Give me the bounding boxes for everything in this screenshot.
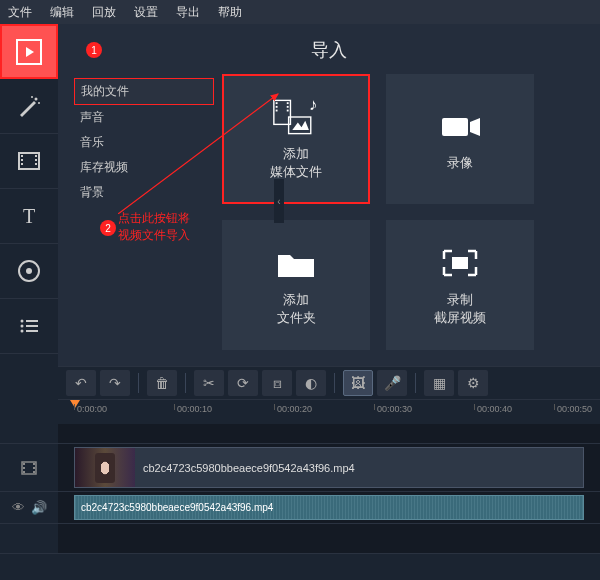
menu-playback[interactable]: 回放 (92, 4, 116, 21)
film-icon (20, 459, 38, 477)
audio-clip[interactable]: cb2c4723c5980bbeaece9f0542a43f96.mp4 (74, 495, 584, 520)
redo-button[interactable]: ↷ (100, 370, 130, 396)
svg-rect-10 (35, 159, 37, 161)
rotate-icon: ⟳ (237, 375, 249, 391)
svg-point-3 (38, 102, 40, 104)
tile-record-screen[interactable]: 录制 截屏视频 (386, 220, 534, 350)
svg-rect-25 (287, 102, 289, 104)
clip-props-button[interactable]: 🖼 (343, 370, 373, 396)
rail-import[interactable] (0, 24, 58, 79)
rotate-button[interactable]: ⟳ (228, 370, 258, 396)
tile-add-media[interactable]: ♪ 添加 媒体文件 (222, 74, 370, 204)
list-icon (15, 312, 43, 340)
ruler-tick: 00:00:20 (274, 404, 312, 410)
video-clip[interactable]: cb2c4723c5980bbeaece9f0542a43f96.mp4 (74, 447, 584, 488)
menu-help[interactable]: 帮助 (218, 4, 242, 21)
video-track[interactable]: cb2c4723c5980bbeaece9f0542a43f96.mp4 (0, 444, 600, 492)
tile-record-camera[interactable]: 录像 (386, 74, 534, 204)
rail-transitions[interactable] (0, 134, 58, 189)
scissors-icon: ✂ (203, 375, 215, 391)
svg-point-4 (31, 96, 33, 98)
crop-icon: ⧈ (273, 375, 282, 392)
timeline-ruler[interactable]: 0:00:00 00:00:10 00:00:20 00:00:30 00:00… (58, 400, 600, 424)
svg-rect-8 (21, 163, 23, 165)
svg-marker-32 (470, 118, 480, 136)
tile-label: 添加 媒体文件 (270, 145, 322, 181)
audio-track[interactable]: 👁 🔊 cb2c4723c5980bbeaece9f0542a43f96.mp4 (0, 492, 600, 524)
eye-icon[interactable]: 👁 (12, 500, 25, 515)
transition-icon: ▦ (433, 375, 446, 391)
menu-export[interactable]: 导出 (176, 4, 200, 21)
rail-titles[interactable]: T (0, 189, 58, 244)
svg-rect-20 (26, 330, 38, 332)
redo-icon: ↷ (109, 375, 121, 391)
sidemenu-sounds[interactable]: 声音 (74, 105, 214, 130)
menu-bar: 文件 编辑 回放 设置 导出 帮助 (0, 0, 600, 24)
svg-rect-22 (276, 102, 278, 104)
screen-capture-icon (436, 243, 484, 283)
crop-button[interactable]: ⧈ (262, 370, 292, 396)
ruler-tick: 00:00:30 (374, 404, 412, 410)
sidemenu-music[interactable]: 音乐 (74, 130, 214, 155)
color-button[interactable]: ◐ (296, 370, 326, 396)
svg-rect-33 (452, 257, 468, 269)
svg-rect-37 (23, 463, 25, 465)
svg-rect-26 (287, 106, 289, 108)
tool-rail: T (0, 24, 58, 366)
menu-settings[interactable]: 设置 (134, 4, 158, 21)
svg-rect-16 (26, 320, 38, 322)
speaker-icon[interactable]: 🔊 (31, 500, 47, 515)
svg-rect-24 (276, 109, 278, 111)
folder-icon (272, 243, 320, 283)
svg-rect-39 (23, 471, 25, 473)
filmstrip-icon (15, 147, 43, 175)
collapse-handle[interactable]: ‹ (274, 179, 284, 223)
contrast-icon: ◐ (305, 375, 317, 391)
undo-button[interactable]: ↶ (66, 370, 96, 396)
chevron-left-icon: ‹ (277, 196, 280, 207)
ruler-tick: 00:00:40 (474, 404, 512, 410)
tile-label: 录制 截屏视频 (434, 291, 486, 327)
svg-point-19 (21, 330, 24, 333)
svg-rect-18 (26, 325, 38, 327)
svg-point-2 (35, 98, 38, 101)
rail-stickers[interactable] (0, 244, 58, 299)
timeline: cb2c4723c5980bbeaece9f0542a43f96.mp4 👁 🔊… (0, 424, 600, 554)
ruler-tick: 00:00:10 (174, 404, 212, 410)
annotation-instruction: 点击此按钮将 视频文件导入 (118, 210, 190, 244)
tile-label: 录像 (447, 154, 473, 172)
mic-icon: 🎤 (384, 375, 401, 391)
svg-rect-6 (21, 155, 23, 157)
rail-filters[interactable] (0, 79, 58, 134)
media-icon: ♪ (272, 97, 320, 137)
rail-more[interactable] (0, 299, 58, 354)
adjust-button[interactable]: ⚙ (458, 370, 488, 396)
sidemenu-stock-video[interactable]: 库存视频 (74, 155, 214, 180)
transition-wizard-button[interactable]: ▦ (424, 370, 454, 396)
ruler-tick: 00:00:50 (554, 404, 592, 410)
delete-button[interactable]: 🗑 (147, 370, 177, 396)
tile-label: 添加 文件夹 (277, 291, 316, 327)
wand-icon (15, 92, 43, 120)
camera-icon (436, 106, 484, 146)
play-box-icon (15, 38, 43, 66)
menu-edit[interactable]: 编辑 (50, 4, 74, 21)
clip-filename: cb2c4723c5980bbeaece9f0542a43f96.mp4 (135, 462, 363, 474)
svg-point-15 (21, 320, 24, 323)
sidemenu-backgrounds[interactable]: 背景 (74, 180, 214, 205)
svg-rect-31 (442, 118, 468, 136)
annotation-marker-1: 1 (86, 42, 102, 58)
svg-marker-1 (26, 47, 34, 57)
svg-rect-40 (33, 463, 35, 465)
menu-file[interactable]: 文件 (8, 4, 32, 21)
cut-button[interactable]: ✂ (194, 370, 224, 396)
trash-icon: 🗑 (155, 375, 169, 391)
record-audio-button[interactable]: 🎤 (377, 370, 407, 396)
svg-rect-11 (35, 163, 37, 165)
annotation-marker-2: 2 (100, 220, 116, 236)
sticker-icon (15, 257, 43, 285)
sidemenu-my-files[interactable]: 我的文件 (74, 78, 214, 105)
import-panel: 导入 我的文件 声音 音乐 库存视频 背景 ‹ ♪ 添加 媒体文件 (58, 24, 600, 366)
tile-add-folder[interactable]: 添加 文件夹 (222, 220, 370, 350)
svg-rect-23 (276, 106, 278, 108)
